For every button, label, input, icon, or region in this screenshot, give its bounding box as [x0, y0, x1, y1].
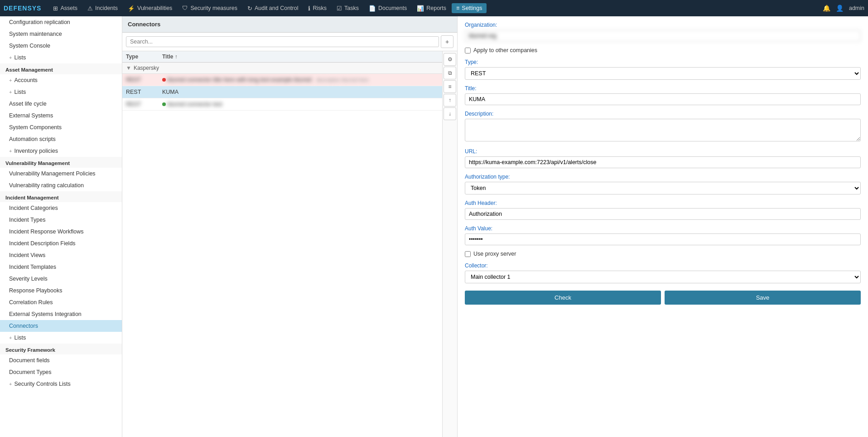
download-action-button[interactable]: ↓ — [444, 107, 456, 120]
nav-assets[interactable]: ⊞ Assets — [48, 3, 82, 14]
connector-type-3: REST — [126, 101, 162, 107]
sidebar-item-system-maintenance[interactable]: System maintenance — [0, 28, 122, 40]
section-security-framework: Security Framework — [0, 344, 122, 354]
notification-icon[interactable]: 🔔 — [823, 5, 830, 12]
sidebar-item-incident-categories[interactable]: Incident Categories — [0, 202, 122, 214]
sidebar-item-incident-response-workflows[interactable]: Incident Response Workflows — [0, 226, 122, 238]
section-incident-management: Incident Management — [0, 191, 122, 202]
table-row[interactable]: REST KUMA — [122, 86, 442, 98]
content-area: Connectors + Type Title ↑ — [122, 16, 868, 437]
use-proxy-row: Use proxy server — [465, 251, 861, 257]
user-icon[interactable]: 👤 — [836, 5, 844, 12]
sidebar-item-external-systems[interactable]: External Systems — [0, 110, 122, 121]
search-input[interactable] — [126, 36, 439, 47]
action-buttons: Check Save — [465, 291, 861, 305]
auth-header-input[interactable] — [465, 208, 861, 220]
sidebar-item-correlation-rules[interactable]: Correlation Rules — [0, 296, 122, 308]
use-proxy-label: Use proxy server — [473, 251, 516, 257]
nav-documents[interactable]: 📄 Documents — [364, 3, 411, 14]
connector-title-3: blurred connector test — [162, 101, 439, 107]
save-button[interactable]: Save — [665, 291, 861, 305]
url-field-group: URL: — [465, 148, 861, 168]
sidebar: Configuration replication System mainten… — [0, 16, 122, 437]
nav-vulnerabilities[interactable]: ⚡ Vulnerabilities — [123, 3, 177, 14]
connector-type-2: REST — [126, 89, 162, 95]
list-action-button[interactable]: ≡ — [444, 80, 456, 93]
sidebar-item-lists-incident[interactable]: + Lists — [0, 332, 122, 344]
sidebar-item-incident-views[interactable]: Incident Views — [0, 249, 122, 261]
nav-tasks[interactable]: ☑ Tasks — [332, 3, 363, 14]
nav-security-measures[interactable]: 🛡 Security measures — [178, 3, 242, 13]
connector-title-1: blurred connector title here with long t… — [162, 77, 439, 83]
sidebar-item-incident-description-fields[interactable]: Incident Description Fields — [0, 238, 122, 249]
use-proxy-checkbox[interactable] — [465, 251, 471, 257]
topnav-right: 🔔 👤 admin — [823, 5, 864, 12]
table-header: Type Title ↑ — [122, 51, 442, 63]
description-label: Description: — [465, 111, 861, 117]
auth-header-field-group: Auth Header: — [465, 200, 861, 220]
sidebar-item-document-fields[interactable]: Document fields — [0, 354, 122, 366]
right-panel: Organization: Apply to other companies T… — [458, 16, 868, 437]
sidebar-item-config-replication[interactable]: Configuration replication — [0, 16, 122, 28]
auth-value-input[interactable] — [465, 233, 861, 245]
sidebar-item-lists-asset[interactable]: + Lists — [0, 86, 122, 98]
nav-reports[interactable]: 📊 Reports — [412, 3, 451, 14]
upload-action-button[interactable]: ↑ — [444, 94, 456, 107]
organization-input[interactable] — [465, 30, 861, 42]
type-select[interactable]: REST HTTP SOAP — [465, 67, 861, 80]
sidebar-item-accounts[interactable]: + Accounts — [0, 74, 122, 86]
sidebar-item-system-console[interactable]: System Console — [0, 40, 122, 52]
sidebar-item-vuln-policies[interactable]: Vulnerability Management Policies — [0, 168, 122, 180]
sidebar-item-external-systems-integration[interactable]: External Systems Integration — [0, 308, 122, 320]
organization-label: Organization: — [465, 22, 861, 28]
topnav: DEFENSYS ⊞ Assets ⚠ Incidents ⚡ Vulnerab… — [0, 0, 868, 16]
apply-to-companies-row: Apply to other companies — [465, 47, 861, 53]
sidebar-item-asset-lifecycle[interactable]: Asset life cycle — [0, 98, 122, 110]
description-field-group: Description: — [465, 111, 861, 143]
table-row[interactable]: REST blurred connector test — [122, 98, 442, 111]
panel-toolbar: + — [122, 33, 457, 51]
settings-action-button[interactable]: ⚙ — [444, 53, 456, 66]
description-textarea[interactable] — [465, 119, 861, 141]
plus-icon: + — [9, 148, 12, 154]
sidebar-item-lists-top[interactable]: + Lists — [0, 52, 122, 63]
nav-risks[interactable]: ℹ Risks — [304, 3, 331, 14]
sidebar-item-connectors[interactable]: Connectors — [0, 320, 122, 332]
organization-field-group: Organization: — [465, 22, 861, 42]
group-label: Kaspersky — [134, 65, 159, 71]
sidebar-item-response-playbooks[interactable]: Response Playbooks — [0, 285, 122, 296]
sidebar-item-vuln-rating[interactable]: Vulnerability rating calculation — [0, 180, 122, 191]
collector-select[interactable]: Main collector 1 Main collector 2 — [465, 271, 861, 283]
nav-audit-control[interactable]: ↻ Audit and Control — [243, 3, 303, 14]
nav-settings[interactable]: ≡ Settings — [452, 3, 487, 13]
reports-icon: 📊 — [417, 5, 424, 12]
nav-items: ⊞ Assets ⚠ Incidents ⚡ Vulnerabilities 🛡… — [48, 3, 822, 14]
sidebar-item-system-components[interactable]: System Components — [0, 121, 122, 133]
sidebar-item-incident-types[interactable]: Incident Types — [0, 214, 122, 226]
username: admin — [849, 5, 864, 11]
auth-type-select[interactable]: Token Basic None — [465, 182, 861, 194]
apply-to-companies-checkbox[interactable] — [465, 48, 471, 53]
sidebar-item-document-types[interactable]: Document Types — [0, 366, 122, 378]
auth-value-label: Auth Value: — [465, 225, 861, 232]
title-input[interactable] — [465, 93, 861, 105]
incidents-icon: ⚠ — [87, 5, 93, 12]
copy-action-button[interactable]: ⧉ — [444, 67, 456, 79]
url-label: URL: — [465, 148, 861, 155]
table-row[interactable]: REST blurred connector title here with l… — [122, 74, 442, 86]
sidebar-item-inventory-policies[interactable]: + Inventory policies — [0, 145, 122, 157]
check-button[interactable]: Check — [465, 291, 661, 305]
nav-incidents[interactable]: ⚠ Incidents — [83, 3, 122, 14]
sidebar-item-security-controls-lists[interactable]: + Security Controls Lists — [0, 378, 122, 390]
status-error-icon — [162, 78, 166, 82]
sidebar-item-severity-levels[interactable]: Severity Levels — [0, 273, 122, 285]
vulnerabilities-icon: ⚡ — [128, 5, 135, 12]
add-button[interactable]: + — [441, 35, 453, 48]
sidebar-item-incident-templates[interactable]: Incident Templates — [0, 261, 122, 273]
security-measures-icon: 🛡 — [182, 5, 188, 11]
assets-icon: ⊞ — [53, 5, 58, 12]
group-kaspersky[interactable]: ▼ Kaspersky — [122, 63, 442, 74]
connector-title-2: KUMA — [162, 89, 439, 95]
url-input[interactable] — [465, 156, 861, 168]
sidebar-item-automation-scripts[interactable]: Automation scripts — [0, 133, 122, 145]
